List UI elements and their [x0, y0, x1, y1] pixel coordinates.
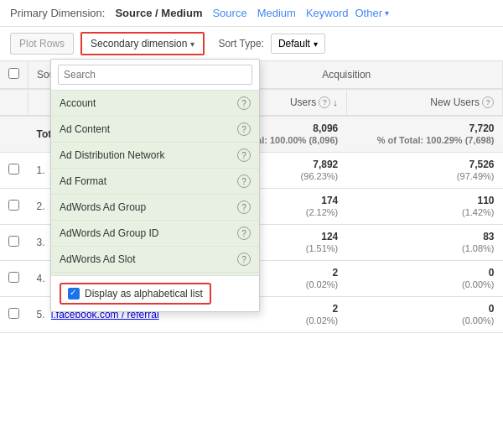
dropdown-item[interactable]: Ad Content? [51, 117, 259, 143]
row-new-users: 7,526 (97.49%) [346, 153, 502, 189]
row-number: 5. [37, 309, 45, 320]
secondary-dimension-button[interactable]: Secondary dimension ▾ [80, 32, 205, 55]
dropdown-search-input[interactable] [58, 65, 252, 85]
toolbar: Plot Rows Secondary dimension ▾ Sort Typ… [0, 27, 503, 61]
users-help-icon: ? [319, 96, 330, 108]
total-new-users: 7,720 % of Total: 100.29% (7,698) [346, 116, 502, 153]
select-all-checkbox-header[interactable] [0, 61, 29, 89]
item-help-icon: ? [237, 175, 251, 188]
total-checkbox-cell [0, 116, 29, 153]
dim-other[interactable]: Other ▾ [355, 7, 389, 19]
sort-caret-icon: ▾ [314, 39, 318, 49]
new-users-help-icon: ? [482, 96, 494, 108]
row-new-users: 83 (1.08%) [346, 225, 502, 261]
row-checkbox-cell[interactable] [0, 297, 29, 333]
row-number: 1. [37, 164, 45, 176]
row-number: 3. [37, 237, 45, 248]
row-checkbox[interactable] [8, 164, 19, 175]
item-help-icon: ? [237, 148, 251, 162]
dim-source-medium[interactable]: Source / Medium [115, 7, 202, 19]
dropdown-item[interactable]: Ad Format? [51, 169, 259, 195]
dropdown-item[interactable]: Account? [51, 91, 259, 117]
secondary-dim-caret-icon: ▾ [190, 39, 194, 49]
row-checkbox[interactable] [8, 308, 19, 319]
sort-type-select[interactable]: Default ▾ [271, 34, 325, 54]
users-sort-icon[interactable]: ↓ [333, 97, 338, 107]
item-help-icon: ? [237, 201, 251, 214]
dropdown-item[interactable]: AdWords Ad Group ID? [51, 221, 259, 247]
spacer-header [0, 89, 29, 116]
row-checkbox-cell[interactable] [0, 225, 29, 261]
dim-medium[interactable]: Medium [257, 7, 296, 19]
sort-type-label: Sort Type: [218, 38, 263, 49]
item-help-icon: ? [237, 96, 251, 110]
row-checkbox-cell[interactable] [0, 189, 29, 225]
dropdown-item[interactable]: AdWords Ad Slot? [51, 247, 259, 273]
primary-dimension-bar: Primary Dimension: Source / Medium Sourc… [0, 0, 503, 27]
alphabetical-checkbox[interactable] [68, 288, 80, 300]
dim-keyword[interactable]: Keyword [306, 7, 349, 19]
row-checkbox[interactable] [8, 200, 19, 211]
row-number: 4. [37, 273, 45, 284]
row-checkbox[interactable] [8, 236, 19, 247]
dim-source[interactable]: Source [212, 7, 246, 19]
item-help-icon: ? [237, 227, 251, 240]
plot-rows-button[interactable]: Plot Rows [10, 33, 74, 55]
row-checkbox[interactable] [8, 272, 19, 283]
row-new-users: 110 (1.42%) [346, 189, 502, 225]
alphabetical-checkbox-container: Display as alphabetical list [60, 283, 211, 305]
alphabetical-label: Display as alphabetical list [85, 288, 203, 300]
row-number: 2. [37, 201, 45, 212]
select-all-checkbox[interactable] [8, 68, 19, 79]
item-help-icon: ? [237, 253, 251, 266]
secondary-dimension-dropdown: Account?Ad Content?Ad Distribution Netwo… [50, 59, 260, 312]
dropdown-list: Account?Ad Content?Ad Distribution Netwo… [51, 91, 259, 275]
dropdown-search-container [51, 60, 259, 91]
dropdown-item[interactable]: AdWords Ad Group? [51, 195, 259, 221]
item-help-icon: ? [237, 122, 251, 136]
row-checkbox-cell[interactable] [0, 261, 29, 297]
new-users-sub-header: New Users ? [346, 89, 502, 116]
primary-dimension-label: Primary Dimension: [10, 7, 105, 19]
dropdown-footer: Display as alphabetical list [51, 275, 259, 311]
row-new-users: 0 (0.00%) [346, 297, 502, 333]
other-caret-icon: ▾ [385, 8, 389, 18]
dropdown-item[interactable]: Ad Distribution Network? [51, 143, 259, 169]
row-checkbox-cell[interactable] [0, 153, 29, 189]
row-new-users: 0 (0.00%) [346, 261, 502, 297]
